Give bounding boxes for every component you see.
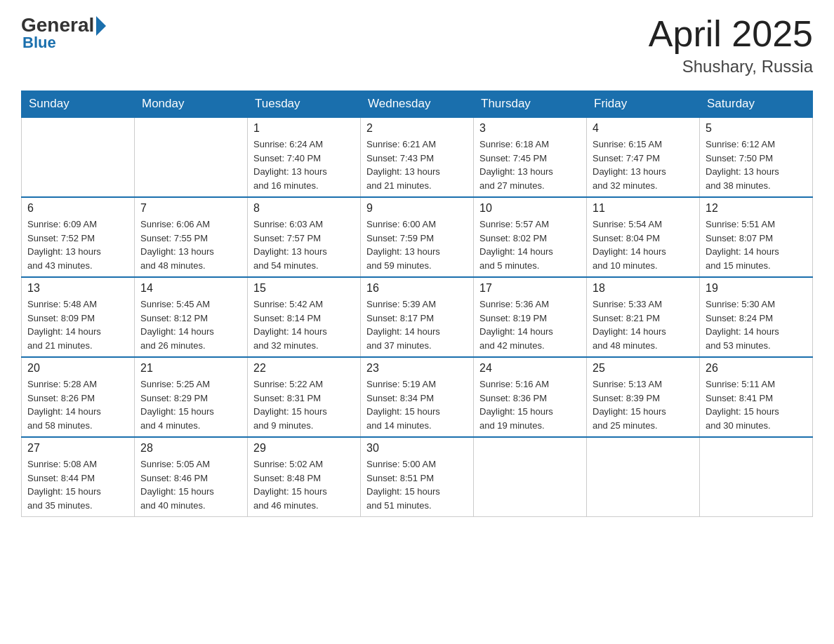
calendar-day-cell: 8Sunrise: 6:03 AM Sunset: 7:57 PM Daylig… (248, 197, 361, 277)
day-info: Sunrise: 5:42 AM Sunset: 8:14 PM Dayligh… (253, 297, 355, 352)
col-monday: Monday (135, 91, 248, 118)
col-thursday: Thursday (474, 91, 587, 118)
calendar-day-cell: 24Sunrise: 5:16 AM Sunset: 8:36 PM Dayli… (474, 357, 587, 437)
calendar-day-cell: 3Sunrise: 6:18 AM Sunset: 7:45 PM Daylig… (474, 117, 587, 197)
day-number: 5 (706, 122, 807, 135)
day-number: 11 (593, 202, 694, 215)
month-title: April 2025 (649, 14, 813, 54)
day-info: Sunrise: 5:05 AM Sunset: 8:46 PM Dayligh… (140, 457, 241, 512)
calendar-day-cell: 20Sunrise: 5:28 AM Sunset: 8:26 PM Dayli… (22, 357, 135, 437)
calendar-day-cell (587, 437, 700, 517)
day-info: Sunrise: 5:16 AM Sunset: 8:36 PM Dayligh… (479, 377, 581, 432)
day-info: Sunrise: 6:15 AM Sunset: 7:47 PM Dayligh… (593, 137, 694, 192)
day-number: 23 (366, 362, 468, 375)
logo-blue-text: Blue (22, 34, 56, 52)
calendar-day-cell: 25Sunrise: 5:13 AM Sunset: 8:39 PM Dayli… (587, 357, 700, 437)
day-number: 12 (706, 202, 807, 215)
calendar-day-cell: 2Sunrise: 6:21 AM Sunset: 7:43 PM Daylig… (361, 117, 474, 197)
day-info: Sunrise: 5:45 AM Sunset: 8:12 PM Dayligh… (140, 297, 241, 352)
day-number: 1 (253, 122, 355, 135)
day-info: Sunrise: 5:48 AM Sunset: 8:09 PM Dayligh… (27, 297, 128, 352)
day-info: Sunrise: 5:51 AM Sunset: 8:07 PM Dayligh… (706, 217, 807, 272)
calendar-day-cell: 30Sunrise: 5:00 AM Sunset: 8:51 PM Dayli… (361, 437, 474, 517)
calendar-day-cell: 29Sunrise: 5:02 AM Sunset: 8:48 PM Dayli… (248, 437, 361, 517)
day-number: 15 (253, 282, 355, 295)
day-number: 28 (140, 442, 241, 455)
calendar-week-row: 27Sunrise: 5:08 AM Sunset: 8:44 PM Dayli… (22, 437, 813, 517)
day-info: Sunrise: 6:03 AM Sunset: 7:57 PM Dayligh… (253, 217, 355, 272)
day-number: 9 (366, 202, 468, 215)
day-number: 29 (253, 442, 355, 455)
col-sunday: Sunday (22, 91, 135, 118)
day-number: 21 (140, 362, 241, 375)
page-header: General Blue April 2025 Shushary, Russia (21, 14, 813, 76)
day-number: 24 (479, 362, 581, 375)
day-info: Sunrise: 5:19 AM Sunset: 8:34 PM Dayligh… (366, 377, 468, 432)
calendar-day-cell: 7Sunrise: 6:06 AM Sunset: 7:55 PM Daylig… (135, 197, 248, 277)
logo: General Blue (21, 14, 106, 52)
calendar-table: Sunday Monday Tuesday Wednesday Thursday… (21, 90, 813, 517)
day-info: Sunrise: 5:57 AM Sunset: 8:02 PM Dayligh… (479, 217, 581, 272)
calendar-day-cell: 15Sunrise: 5:42 AM Sunset: 8:14 PM Dayli… (248, 277, 361, 357)
calendar-day-cell: 10Sunrise: 5:57 AM Sunset: 8:02 PM Dayli… (474, 197, 587, 277)
calendar-day-cell: 1Sunrise: 6:24 AM Sunset: 7:40 PM Daylig… (248, 117, 361, 197)
day-info: Sunrise: 6:06 AM Sunset: 7:55 PM Dayligh… (140, 217, 241, 272)
calendar-week-row: 6Sunrise: 6:09 AM Sunset: 7:52 PM Daylig… (22, 197, 813, 277)
calendar-day-cell: 13Sunrise: 5:48 AM Sunset: 8:09 PM Dayli… (22, 277, 135, 357)
calendar-day-cell: 9Sunrise: 6:00 AM Sunset: 7:59 PM Daylig… (361, 197, 474, 277)
day-number: 2 (366, 122, 468, 135)
calendar-day-cell: 27Sunrise: 5:08 AM Sunset: 8:44 PM Dayli… (22, 437, 135, 517)
day-number: 27 (27, 442, 128, 455)
day-number: 13 (27, 282, 128, 295)
calendar-day-cell (135, 117, 248, 197)
calendar-day-cell: 16Sunrise: 5:39 AM Sunset: 8:17 PM Dayli… (361, 277, 474, 357)
day-info: Sunrise: 5:28 AM Sunset: 8:26 PM Dayligh… (27, 377, 128, 432)
calendar-day-cell: 17Sunrise: 5:36 AM Sunset: 8:19 PM Dayli… (474, 277, 587, 357)
calendar-day-cell: 18Sunrise: 5:33 AM Sunset: 8:21 PM Dayli… (587, 277, 700, 357)
calendar-day-cell (474, 437, 587, 517)
day-info: Sunrise: 6:24 AM Sunset: 7:40 PM Dayligh… (253, 137, 355, 192)
day-info: Sunrise: 5:54 AM Sunset: 8:04 PM Dayligh… (593, 217, 694, 272)
day-info: Sunrise: 6:18 AM Sunset: 7:45 PM Dayligh… (479, 137, 581, 192)
location-text: Shushary, Russia (649, 57, 813, 76)
calendar-day-cell: 23Sunrise: 5:19 AM Sunset: 8:34 PM Dayli… (361, 357, 474, 437)
calendar-week-row: 1Sunrise: 6:24 AM Sunset: 7:40 PM Daylig… (22, 117, 813, 197)
calendar-day-cell: 14Sunrise: 5:45 AM Sunset: 8:12 PM Dayli… (135, 277, 248, 357)
day-number: 4 (593, 122, 694, 135)
day-number: 10 (479, 202, 581, 215)
day-number: 16 (366, 282, 468, 295)
day-info: Sunrise: 5:22 AM Sunset: 8:31 PM Dayligh… (253, 377, 355, 432)
day-info: Sunrise: 5:13 AM Sunset: 8:39 PM Dayligh… (593, 377, 694, 432)
calendar-day-cell: 21Sunrise: 5:25 AM Sunset: 8:29 PM Dayli… (135, 357, 248, 437)
day-number: 14 (140, 282, 241, 295)
calendar-day-cell (22, 117, 135, 197)
day-info: Sunrise: 6:12 AM Sunset: 7:50 PM Dayligh… (706, 137, 807, 192)
calendar-day-cell: 26Sunrise: 5:11 AM Sunset: 8:41 PM Dayli… (700, 357, 813, 437)
day-number: 22 (253, 362, 355, 375)
day-number: 25 (593, 362, 694, 375)
day-number: 6 (27, 202, 128, 215)
day-number: 19 (706, 282, 807, 295)
day-number: 30 (366, 442, 468, 455)
day-info: Sunrise: 6:21 AM Sunset: 7:43 PM Dayligh… (366, 137, 468, 192)
calendar-day-cell: 28Sunrise: 5:05 AM Sunset: 8:46 PM Dayli… (135, 437, 248, 517)
day-info: Sunrise: 5:00 AM Sunset: 8:51 PM Dayligh… (366, 457, 468, 512)
day-info: Sunrise: 5:02 AM Sunset: 8:48 PM Dayligh… (253, 457, 355, 512)
calendar-header-row: Sunday Monday Tuesday Wednesday Thursday… (22, 91, 813, 118)
day-number: 18 (593, 282, 694, 295)
day-number: 3 (479, 122, 581, 135)
day-info: Sunrise: 5:25 AM Sunset: 8:29 PM Dayligh… (140, 377, 241, 432)
calendar-day-cell: 19Sunrise: 5:30 AM Sunset: 8:24 PM Dayli… (700, 277, 813, 357)
title-area: April 2025 Shushary, Russia (649, 14, 813, 76)
day-number: 26 (706, 362, 807, 375)
calendar-day-cell: 22Sunrise: 5:22 AM Sunset: 8:31 PM Dayli… (248, 357, 361, 437)
day-number: 17 (479, 282, 581, 295)
day-info: Sunrise: 5:11 AM Sunset: 8:41 PM Dayligh… (706, 377, 807, 432)
day-info: Sunrise: 6:00 AM Sunset: 7:59 PM Dayligh… (366, 217, 468, 272)
day-info: Sunrise: 5:08 AM Sunset: 8:44 PM Dayligh… (27, 457, 128, 512)
day-info: Sunrise: 5:30 AM Sunset: 8:24 PM Dayligh… (706, 297, 807, 352)
calendar-day-cell: 11Sunrise: 5:54 AM Sunset: 8:04 PM Dayli… (587, 197, 700, 277)
col-friday: Friday (587, 91, 700, 118)
day-info: Sunrise: 5:39 AM Sunset: 8:17 PM Dayligh… (366, 297, 468, 352)
logo-arrow-icon (96, 16, 106, 36)
